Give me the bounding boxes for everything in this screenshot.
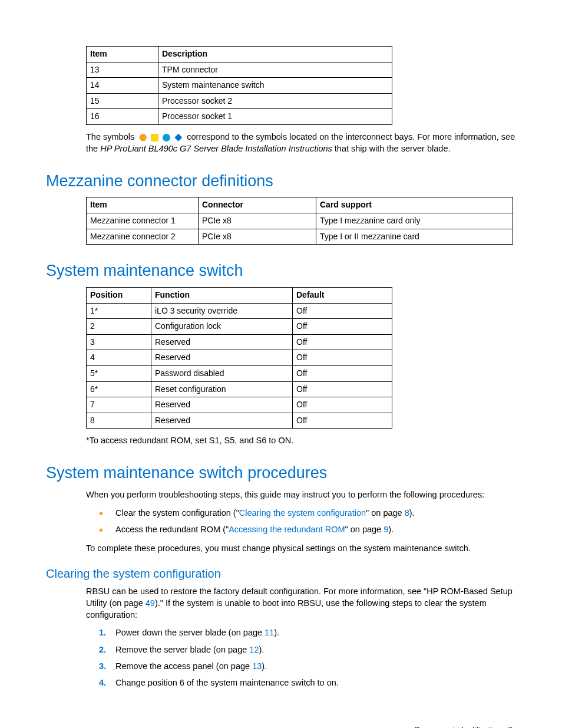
procedure-bullets: Clear the system configuration ("Clearin… — [99, 507, 516, 536]
step-item: Change position 6 of the system maintena… — [99, 677, 516, 689]
table-row: 5*Password disabledOff — [87, 365, 392, 381]
table-row: 3ReservedOff — [87, 334, 392, 350]
list-item: Access the redundant ROM ("Accessing the… — [99, 523, 516, 535]
circle-icon — [163, 134, 170, 141]
step-item: Power down the server blade (on page 11)… — [99, 627, 516, 638]
table-row: 13TPM connector — [87, 62, 392, 78]
col-desc: Description — [158, 47, 392, 62]
sms-footnote: *To access redundant ROM, set S1, S5, an… — [86, 434, 516, 446]
interconnect-symbols — [139, 134, 182, 141]
table-row: 1*iLO 3 security overrideOff — [87, 303, 392, 319]
table-row: 4ReservedOff — [87, 350, 392, 366]
square-icon — [151, 134, 158, 141]
step-item: Remove the access panel (on page 13). — [99, 660, 516, 672]
item-description-table: Item Description 13TPM connector14System… — [86, 46, 392, 125]
hexagon-icon — [139, 134, 147, 141]
step-item: Remove the server blade (on page 12). — [99, 644, 516, 655]
diamond-icon — [174, 134, 182, 141]
heading-procedures: System maintenance switch procedures — [46, 462, 516, 485]
xref-link[interactable]: Clearing the system configuration — [239, 508, 366, 518]
mezzanine-table: Item Connector Card support Mezzanine co… — [86, 197, 513, 245]
col-item: Item — [87, 47, 158, 62]
table-row: Mezzanine connector 2PCIe x8Type I or II… — [87, 229, 513, 245]
table-row: 6*Reset configurationOff — [87, 381, 392, 397]
sms-table: Position Function Default 1*iLO 3 securi… — [86, 287, 392, 429]
table-row: 16Processor socket 1 — [87, 109, 392, 125]
page-link[interactable]: 9 — [384, 525, 388, 534]
xref-link[interactable]: Accessing the redundant ROM — [229, 525, 345, 534]
clear-steps: Power down the server blade (on page 11)… — [99, 627, 516, 689]
table-row: 7ReservedOff — [87, 397, 392, 413]
table-row: 2Configuration lockOff — [87, 319, 392, 335]
page-link[interactable]: 49 — [146, 598, 155, 608]
page-link[interactable]: 8 — [405, 508, 409, 518]
page-link[interactable]: 12 — [249, 645, 259, 654]
table-row: 14System maintenance switch — [87, 78, 392, 94]
table-row: 15Processor socket 2 — [87, 93, 392, 109]
list-item: Clear the system configuration ("Clearin… — [99, 507, 516, 519]
proc-outro: To complete these procedures, you must c… — [86, 542, 516, 554]
page-link[interactable]: 13 — [252, 661, 262, 671]
table-row: 8ReservedOff — [87, 413, 392, 429]
heading-sms: System maintenance switch — [46, 260, 516, 282]
proc-intro: When you perform troubleshooting steps, … — [86, 489, 516, 500]
page-link[interactable]: 11 — [265, 628, 274, 637]
page-footer: Component identification 8 — [46, 724, 516, 728]
clear-paragraph: RBSU can be used to restore the factory … — [86, 585, 516, 621]
symbols-note: The symbols correspond to the symbols lo… — [86, 131, 516, 155]
heading-clearing: Clearing the system configuration — [46, 565, 516, 582]
table-row: Mezzanine connector 1PCIe x8Type I mezza… — [87, 213, 513, 229]
heading-mezzanine: Mezzanine connector definitions — [46, 170, 516, 193]
